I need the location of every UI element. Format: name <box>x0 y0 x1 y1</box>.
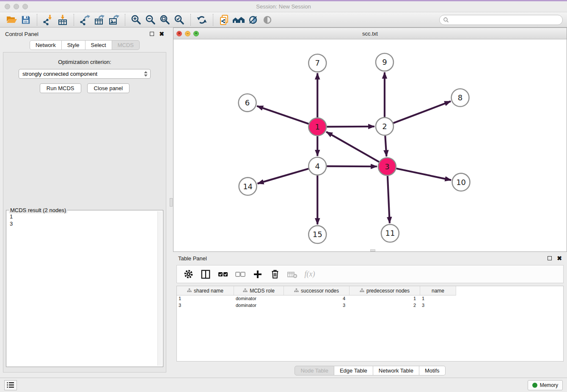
search-box[interactable] <box>439 15 563 25</box>
close-table-panel-icon[interactable]: ✖ <box>557 255 562 261</box>
table-tab-network-table[interactable]: Network Table <box>373 366 419 375</box>
network-canvas[interactable]: 7968124314101511 <box>173 39 567 251</box>
export-image-icon[interactable] <box>107 14 121 26</box>
table-cell[interactable]: 2 <box>350 302 420 309</box>
graph[interactable]: 7968124314101511 <box>173 39 567 251</box>
result-scrollbar[interactable] <box>157 211 162 366</box>
graph-node-2[interactable]: 2 <box>376 118 394 135</box>
graph-node-15[interactable]: 15 <box>308 226 326 243</box>
tab-style[interactable]: Style <box>62 40 85 50</box>
duplicate-network-icon[interactable] <box>217 14 231 26</box>
add-row-icon[interactable] <box>251 268 264 281</box>
fx-label: f(x) <box>305 270 315 279</box>
graph-node-7[interactable]: 7 <box>308 54 326 72</box>
table-cell[interactable]: 1 <box>350 295 420 302</box>
table-tab-edge-table[interactable]: Edge Table <box>334 366 373 375</box>
zoom-fit-icon[interactable] <box>158 14 172 26</box>
table-tabs: Node TableEdge TableNetwork TableMotifs <box>173 366 567 375</box>
delete-row-icon[interactable] <box>269 268 281 281</box>
export-table-icon[interactable] <box>92 14 107 26</box>
graph-node-1[interactable]: 1 <box>308 118 326 136</box>
table-cell[interactable]: 1 <box>177 295 234 302</box>
deselect-all-icon[interactable] <box>234 268 247 281</box>
zoom-selected-icon[interactable] <box>172 14 187 26</box>
close-panel-button[interactable]: Close panel <box>87 83 130 93</box>
show-columns-icon[interactable] <box>199 268 212 281</box>
graph-edge-2-8[interactable] <box>393 101 451 123</box>
table-cell[interactable]: 3 <box>420 302 456 309</box>
split-handle[interactable] <box>170 198 173 207</box>
column-label: predecessor nodes <box>366 288 410 294</box>
horizontal-split-handle[interactable] <box>370 249 375 251</box>
table-cell[interactable]: 3 <box>284 302 350 309</box>
hide-graphics-details-icon[interactable] <box>246 14 260 26</box>
graph-node-label: 2 <box>382 122 387 131</box>
column-header-MCDS-role[interactable]: MCDS role <box>234 286 284 295</box>
export-network-icon[interactable] <box>78 14 92 26</box>
tab-select[interactable]: Select <box>85 40 112 50</box>
graph-edge-4-14[interactable] <box>258 169 309 184</box>
zoom-in-icon[interactable] <box>129 14 143 26</box>
title-bar: Session: New Session <box>0 1 567 12</box>
graph-edge-4-3[interactable] <box>327 166 377 167</box>
settings-gear-icon[interactable] <box>182 268 195 281</box>
panel-split-divider[interactable] <box>169 28 173 378</box>
table-tab-node-table[interactable]: Node Table <box>295 366 334 375</box>
open-session-icon[interactable] <box>4 14 19 26</box>
table-cell[interactable]: 1 <box>420 295 456 302</box>
select-all-icon[interactable] <box>217 268 229 281</box>
column-header-shared-name[interactable]: shared name <box>177 286 234 295</box>
graph-node-10[interactable]: 10 <box>452 173 470 191</box>
graph-node-label: 9 <box>382 58 387 66</box>
column-header-name[interactable]: name <box>420 286 456 295</box>
graph-node-14[interactable]: 14 <box>239 177 257 195</box>
graph-node-11[interactable]: 11 <box>381 224 399 242</box>
float-table-panel-icon[interactable] <box>548 256 552 260</box>
run-mcds-button[interactable]: Run MCDS <box>40 83 81 93</box>
search-input[interactable] <box>451 17 559 23</box>
tab-network[interactable]: Network <box>30 40 62 50</box>
graph-node-4[interactable]: 4 <box>308 157 326 175</box>
home-layout-icon[interactable] <box>231 14 246 26</box>
table-cell[interactable]: dominator <box>234 295 284 302</box>
graph-node-label: 4 <box>315 162 320 171</box>
task-history-button[interactable] <box>4 380 17 390</box>
table-cell[interactable]: 4 <box>284 295 350 302</box>
table-cell[interactable]: 3 <box>177 302 234 309</box>
close-panel-icon[interactable]: ✖ <box>159 31 164 37</box>
column-header-predecessor-nodes[interactable]: predecessor nodes <box>350 286 420 295</box>
graph-edge-3-1[interactable] <box>326 132 379 162</box>
graph-node-3[interactable]: 3 <box>378 157 396 175</box>
graph-node-9[interactable]: 9 <box>376 53 394 71</box>
column-header-successor-nodes[interactable]: successor nodes <box>284 286 350 295</box>
graph-node-6[interactable]: 6 <box>239 94 256 112</box>
birds-eye-view-icon[interactable] <box>260 14 275 26</box>
refresh-icon[interactable] <box>195 14 209 26</box>
memory-status-icon <box>532 383 537 388</box>
table-tab-motifs[interactable]: Motifs <box>419 366 446 375</box>
save-session-icon[interactable] <box>19 14 33 26</box>
column-label: shared name <box>194 288 223 294</box>
tab-mcds[interactable]: MCDS <box>112 40 140 50</box>
graph-edge-2-3[interactable] <box>385 136 386 157</box>
control-panel-header: Control Panel ✖ <box>0 28 169 40</box>
table-cell[interactable]: dominator <box>234 302 284 309</box>
import-table-icon[interactable] <box>55 14 70 26</box>
float-panel-icon[interactable] <box>150 32 154 36</box>
table-row[interactable]: 1dominator411 <box>177 295 563 302</box>
graph-node-8[interactable]: 8 <box>451 89 469 107</box>
graph-edge-1-2[interactable] <box>327 127 374 127</box>
main-toolbar <box>0 12 567 28</box>
table-row[interactable]: 3dominator323 <box>177 302 563 309</box>
criterion-dropdown[interactable]: strongly connected component <box>19 69 151 79</box>
graph-node-label: 7 <box>315 58 320 67</box>
table-panel: Table Panel ✖ <box>173 252 567 378</box>
zoom-out-icon[interactable] <box>143 14 158 26</box>
import-network-icon[interactable] <box>41 14 55 26</box>
graph-edge-1-6[interactable] <box>257 106 308 124</box>
toolbar-separator <box>213 14 213 26</box>
graph-edge-3-10[interactable] <box>396 168 451 180</box>
graph-edge-3-11[interactable] <box>388 176 390 223</box>
table-panel-title: Table Panel <box>178 255 207 262</box>
memory-button[interactable]: Memory <box>528 380 563 390</box>
